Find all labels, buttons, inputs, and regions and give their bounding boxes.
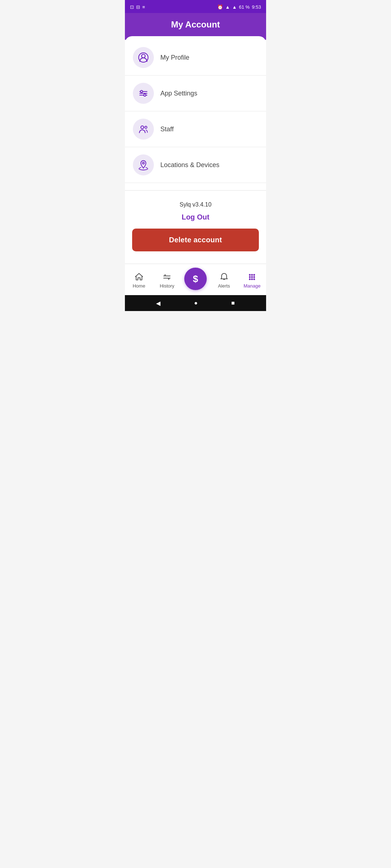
nav-item-home[interactable]: Home [128, 272, 150, 289]
nav-label-home: Home [133, 283, 145, 289]
nav-label-manage: Manage [244, 283, 261, 289]
settings-icon [138, 88, 149, 99]
menu-label-staff: Staff [160, 125, 174, 133]
profile-icon-circle [133, 47, 154, 68]
nav-label-alerts: Alerts [218, 283, 230, 289]
status-left-icons: ⊡ ⊟ ≡ [130, 4, 145, 10]
svg-point-0 [142, 54, 145, 58]
menu-label-my-profile: My Profile [160, 54, 189, 61]
settings-icon-circle [133, 83, 154, 104]
bottom-navigation: Home History $ Alerts [125, 264, 266, 295]
svg-point-16 [249, 278, 251, 280]
svg-point-7 [141, 126, 144, 129]
footer-section: Sylq v3.4.10 Log Out Delete account [125, 190, 266, 259]
page-title: My Account [132, 20, 259, 30]
svg-point-12 [253, 274, 255, 276]
svg-point-5 [140, 90, 143, 93]
staff-icon-circle [133, 119, 154, 140]
menu-item-locations-devices[interactable]: Locations & Devices [125, 147, 266, 183]
svg-point-10 [249, 274, 251, 276]
menu-label-locations-devices: Locations & Devices [160, 161, 219, 169]
svg-point-15 [253, 276, 255, 278]
main-content: My Profile App Settings Staff [125, 36, 266, 264]
clock: 9:53 [252, 4, 261, 10]
alarm-icon: ⏰ [217, 4, 223, 10]
nav-item-manage[interactable]: Manage [241, 272, 263, 289]
menu-item-app-settings[interactable]: App Settings [125, 76, 266, 111]
svg-point-13 [249, 276, 251, 278]
app-icon-3: ≡ [142, 4, 145, 10]
battery-level: 61 % [239, 4, 250, 10]
svg-point-6 [144, 94, 146, 96]
svg-point-14 [251, 276, 253, 278]
location-icon-circle [133, 154, 154, 175]
nav-label-history: History [160, 283, 174, 289]
delete-account-button[interactable]: Delete account [132, 229, 259, 251]
status-right-icons: ⏰ ▲ ▲ 61 % 9:53 [217, 4, 261, 10]
svg-point-17 [251, 278, 253, 280]
version-text: Sylq v3.4.10 [180, 201, 211, 208]
status-bar: ⊡ ⊟ ≡ ⏰ ▲ ▲ 61 % 9:53 [125, 0, 266, 13]
menu-item-my-profile[interactable]: My Profile [125, 40, 266, 76]
wifi-icon: ▲ [225, 4, 230, 10]
svg-point-11 [251, 274, 253, 276]
svg-point-8 [145, 126, 147, 128]
profile-icon [138, 52, 149, 63]
location-icon [138, 159, 149, 170]
home-button[interactable]: ● [194, 300, 198, 306]
page-header: My Account [125, 13, 266, 40]
app-icon-2: ⊟ [136, 4, 140, 10]
dollar-icon: $ [193, 273, 198, 285]
manage-icon [247, 272, 257, 282]
home-icon [134, 272, 144, 282]
app-icon-1: ⊡ [130, 4, 134, 10]
history-icon [162, 272, 172, 282]
system-nav-bar: ◀ ● ■ [125, 295, 266, 311]
nav-item-history[interactable]: History [156, 272, 178, 289]
back-button[interactable]: ◀ [156, 300, 160, 307]
recents-button[interactable]: ■ [231, 300, 235, 306]
nav-fab-pay[interactable]: $ [184, 268, 207, 290]
menu-item-staff[interactable]: Staff [125, 111, 266, 147]
nav-item-alerts[interactable]: Alerts [213, 272, 235, 289]
svg-point-9 [143, 162, 144, 164]
menu-label-app-settings: App Settings [160, 90, 197, 97]
logout-button[interactable]: Log Out [182, 213, 210, 221]
alerts-icon [219, 272, 229, 282]
signal-icon: ▲ [232, 4, 237, 10]
staff-icon [138, 124, 149, 135]
svg-point-18 [253, 278, 255, 280]
